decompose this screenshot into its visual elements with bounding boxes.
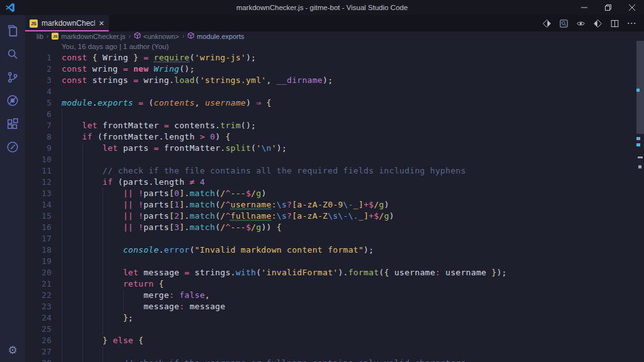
code-line[interactable]: 15 || !parts[2].match(/^fullname:\s?[a-z… <box>25 211 644 222</box>
indent-guide <box>82 256 83 267</box>
indent-guide <box>62 335 62 346</box>
code-line[interactable]: 21 return { <box>25 278 644 290</box>
code-line[interactable]: 24 }; <box>25 312 644 324</box>
code-text <box>62 86 644 97</box>
code-line[interactable]: 18 console.error("Invalid markdown conte… <box>25 244 644 256</box>
line-number: 5 <box>25 97 62 109</box>
code-line[interactable]: 4 <box>25 86 644 97</box>
indent-guide <box>62 109 62 120</box>
code-line[interactable]: 26 } else { <box>25 335 644 346</box>
line-number: 21 <box>25 278 62 290</box>
line-number: 11 <box>25 165 62 177</box>
code-text <box>62 324 644 335</box>
code-text: let message = strings.with('invalidForma… <box>62 267 644 278</box>
code-text: console.error("Invalid markdown content … <box>62 244 644 256</box>
indent-guide <box>103 199 103 211</box>
code-line[interactable]: 25 <box>25 324 644 335</box>
code-line[interactable]: 3const strings = wring.load('strings.yml… <box>25 75 644 86</box>
indent-guide <box>62 301 62 312</box>
breadcrumb-item-file[interactable]: JS markdownChecker.js <box>52 33 125 40</box>
search-commits-icon[interactable] <box>557 17 570 30</box>
code-line[interactable]: 8 if (frontMatter.length > 0) { <box>25 131 644 143</box>
scrollbar-thumb[interactable] <box>636 41 644 134</box>
explorer-icon[interactable] <box>0 19 25 42</box>
code-line[interactable]: 11 // check if the file contains all the… <box>25 165 644 177</box>
breadcrumb-item-symbol[interactable]: module.exports <box>187 32 244 40</box>
code-line[interactable]: 17 <box>25 233 644 244</box>
history-icon[interactable] <box>0 135 25 158</box>
code-line[interactable]: 16 || !parts[3].match(/^---$/g)) { <box>25 222 644 233</box>
indent-guide <box>82 346 83 358</box>
breadcrumb-item-lib[interactable]: lib <box>36 33 43 40</box>
indent-guide <box>82 165 83 177</box>
restore-button[interactable] <box>596 0 620 15</box>
code-text <box>62 256 644 267</box>
code-line[interactable]: 6 <box>25 109 644 120</box>
line-number: 9 <box>25 143 62 154</box>
code-line[interactable]: 12 if (parts.length ≠ 4 <box>25 177 644 188</box>
code-line[interactable]: 10 <box>25 154 644 165</box>
code-line[interactable]: 22 merge: false, <box>25 290 644 301</box>
indent-guide <box>62 222 62 233</box>
indent-guide <box>82 267 83 278</box>
breadcrumb-item-unknown[interactable]: <unknown> <box>134 32 179 40</box>
indent-guide <box>103 278 103 290</box>
indent-guide <box>82 233 83 244</box>
code-line[interactable]: 13 || !parts[0].match(/^---$/g) <box>25 188 644 199</box>
indent-guide <box>103 324 103 335</box>
code-line[interactable]: 27 <box>25 346 644 358</box>
js-file-icon: JS <box>52 33 58 40</box>
indent-guide <box>62 346 62 358</box>
search-icon[interactable] <box>0 42 25 65</box>
indent-guide <box>82 301 83 312</box>
code-line[interactable]: 19 <box>25 256 644 267</box>
code-text: merge: false, <box>62 290 644 301</box>
code-editor[interactable]: You, 16 days ago | 1 author (You) 1const… <box>25 41 644 362</box>
line-number: 10 <box>25 154 62 165</box>
line-number: 6 <box>25 109 62 120</box>
tab-close-icon[interactable]: ✕ <box>99 20 104 27</box>
tab-markdownchecker[interactable]: JS markdownChecker.js ✕ <box>25 15 109 31</box>
line-number: 27 <box>25 346 62 358</box>
code-text: return { <box>62 278 644 290</box>
split-editor-icon[interactable] <box>608 17 621 30</box>
code-line[interactable]: 7 let frontMatter = contents.trim(); <box>25 120 644 131</box>
code-line[interactable]: 9 let parts = frontMatter.split('\n'); <box>25 143 644 154</box>
code-text <box>62 109 644 120</box>
overview-ruler-mark <box>636 137 640 140</box>
debug-icon[interactable] <box>0 89 25 112</box>
editor-actions: ⋯ <box>540 15 644 31</box>
indent-guide <box>82 188 83 199</box>
indent-guide <box>62 244 62 256</box>
line-number: 15 <box>25 211 62 222</box>
code-line[interactable]: 1const { Wring } = require('wring-js'); <box>25 52 644 63</box>
minimize-button[interactable] <box>572 0 596 15</box>
more-actions-icon[interactable]: ⋯ <box>625 17 638 30</box>
line-number: 23 <box>25 301 62 312</box>
code-line[interactable]: 28 // check if the username or fullname … <box>25 358 644 362</box>
code-line[interactable]: 5module.exports = (contents, username) ⇒… <box>25 97 644 109</box>
open-changes-icon[interactable] <box>540 17 553 30</box>
extensions-icon[interactable] <box>0 112 25 135</box>
overview-ruler <box>636 41 644 362</box>
code-text: // check if the username or fullname con… <box>62 358 644 362</box>
indent-guide <box>82 177 83 188</box>
code-line[interactable]: 14 || !parts[1].match(/^username:\s?[a-z… <box>25 199 644 211</box>
indent-guide <box>62 256 62 267</box>
line-number: 2 <box>25 63 62 75</box>
code-text: || !parts[1].match(/^username:\s?[a-zA-Z… <box>62 199 644 211</box>
open-revision-icon[interactable] <box>591 17 604 30</box>
settings-gear-icon[interactable]: ⚙ <box>0 339 25 362</box>
code-line[interactable]: 23 message: message <box>25 301 644 312</box>
overview-ruler-mark <box>636 143 640 146</box>
line-number: 17 <box>25 233 62 244</box>
indent-guide <box>82 222 83 233</box>
indent-guide <box>62 188 62 199</box>
indent-guide <box>103 244 103 256</box>
code-line[interactable]: 2const wring = new Wring(); <box>25 63 644 75</box>
code-text: let frontMatter = contents.trim(); <box>62 120 644 131</box>
code-line[interactable]: 20 let message = strings.with('invalidFo… <box>25 267 644 278</box>
source-control-icon[interactable] <box>0 65 25 89</box>
close-button[interactable] <box>620 0 644 15</box>
toggle-blame-icon[interactable] <box>574 17 587 30</box>
